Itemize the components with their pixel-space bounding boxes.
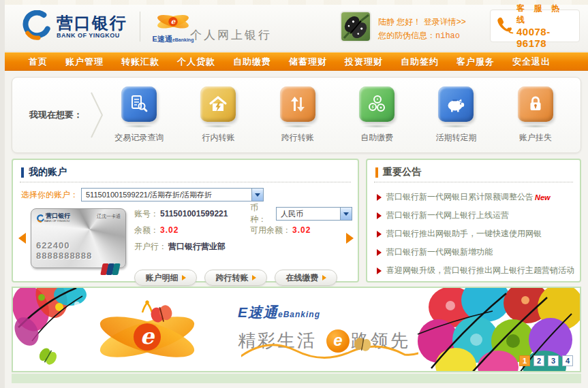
new-badge: New bbox=[535, 193, 551, 201]
arrow-right-icon bbox=[252, 275, 256, 280]
quick-action-intrabank-transfer[interactable]: 行内转账 bbox=[180, 86, 256, 144]
quick-action-interbank-transfer[interactable]: 跨行转账 bbox=[260, 86, 336, 144]
piggy-bank-icon bbox=[438, 86, 474, 122]
interbank-transfer-button[interactable]: 跨行转账 bbox=[204, 270, 267, 286]
nav-item-investment[interactable]: 投资理财 bbox=[336, 52, 392, 71]
intrabank-transfer-icon bbox=[200, 86, 236, 122]
branch-value: 营口银行营业部 bbox=[168, 241, 226, 253]
balance-label: 余额： bbox=[134, 225, 159, 236]
bullet-icon bbox=[377, 212, 382, 219]
title-bar-decor bbox=[21, 167, 24, 178]
nav-item-account-mgmt[interactable]: 账户管理 bbox=[57, 52, 112, 71]
avatar[interactable] bbox=[340, 11, 371, 42]
title-bar-decor bbox=[375, 167, 378, 178]
pagination-button-4[interactable]: 4 bbox=[562, 355, 573, 366]
card-bank-name-en: BANK OF YINGKOU bbox=[44, 219, 70, 223]
security-label: 您的防伪信息： bbox=[378, 31, 435, 40]
nav-item-personal-loan[interactable]: 个人贷款 bbox=[168, 52, 224, 71]
dropdown-arrow-icon[interactable] bbox=[251, 189, 263, 201]
announcement-link[interactable]: 喜迎网银升级，营口银行推出网上银行主题营销活动 bbox=[377, 261, 572, 280]
nav-item-transfer[interactable]: 转账汇款 bbox=[112, 52, 168, 71]
promo-banner[interactable]: e E速通eBanking 精彩生活 e 路领先 bbox=[12, 287, 581, 372]
hotline-box: 客 服 热 线 40078-96178 bbox=[490, 10, 580, 42]
announcement-link[interactable]: 营口银行推出网银助手，一键快速使用网银 bbox=[377, 225, 572, 243]
quick-action-self-payment[interactable]: 自助缴费 bbox=[339, 86, 415, 144]
bullet-icon bbox=[377, 249, 382, 256]
arrow-right-icon bbox=[182, 275, 186, 280]
pagination-button-3[interactable]: 3 bbox=[548, 355, 559, 366]
nav-item-logout[interactable]: 安全退出 bbox=[504, 52, 559, 71]
nav-item-self-sign[interactable]: 自助签约 bbox=[392, 52, 448, 71]
available-balance-value: 3.02 bbox=[292, 225, 311, 235]
quick-action-current-to-fixed[interactable]: 活期转定期 bbox=[418, 86, 494, 144]
chevron-divider-icon bbox=[90, 91, 105, 141]
nav-item-customer-service[interactable]: 客户服务 bbox=[448, 52, 504, 71]
quick-actions-panel: 我现在想要： 交易记录查询 bbox=[12, 77, 581, 153]
hotline-number: 40078-96178 bbox=[516, 26, 575, 49]
footer-strip bbox=[12, 374, 581, 383]
nav-item-home[interactable]: 首页 bbox=[20, 52, 57, 71]
quick-action-account-loss[interactable]: 账户挂失 bbox=[497, 86, 574, 144]
greeting-text: 陆静 您好！ bbox=[378, 17, 421, 27]
announcements-panel: 重要公告 营口银行新一代网银日累计限额调整公告 New 营口银行新一代网上银行上… bbox=[366, 159, 581, 282]
hotline-label: 客 服 热 线 bbox=[516, 3, 575, 26]
nav-item-self-payment[interactable]: 自助缴费 bbox=[224, 52, 280, 71]
account-number-value: 511501001599221 bbox=[160, 209, 228, 219]
quick-action-transaction-query[interactable]: 交易记录查询 bbox=[101, 86, 177, 144]
bank-swoosh-icon bbox=[20, 10, 51, 43]
available-balance-label: 可用余额： bbox=[250, 225, 291, 236]
svg-text:e: e bbox=[171, 17, 176, 25]
esutong-logo: e E速通eBanking bbox=[151, 10, 195, 44]
card-number: 622400 8888888888 bbox=[36, 240, 121, 261]
arrow-right-icon bbox=[322, 275, 326, 280]
pagination-button-1[interactable]: 1 bbox=[519, 355, 530, 366]
account-select[interactable]: 511501001599221/活期存折/活期存折 bbox=[81, 188, 264, 201]
butterfly-small-red-icon bbox=[149, 304, 174, 326]
svg-text:e: e bbox=[140, 323, 155, 349]
banner-brand-sub: eBanking bbox=[278, 310, 320, 319]
security-value: nihao bbox=[435, 31, 460, 41]
card-bank-swoosh-icon bbox=[36, 213, 44, 225]
bank-name: 营口银行 bbox=[57, 14, 127, 32]
greeting-block: 陆静 您好！ 登录详情>> 您的防伪信息：nihao bbox=[340, 11, 466, 43]
card-carousel-prev[interactable] bbox=[18, 233, 26, 244]
online-payment-button[interactable]: 在线缴费 bbox=[275, 270, 337, 286]
pagination-button-2[interactable]: 2 bbox=[533, 355, 544, 366]
logo-divider bbox=[140, 12, 140, 42]
main-nav: 首页 账户管理 转账汇款 个人贷款 自助缴费 储蓄理财 投资理财 自助签约 客户… bbox=[5, 52, 588, 71]
balance-value: 3.02 bbox=[160, 225, 179, 235]
esutong-name: E速通 bbox=[153, 35, 172, 43]
bank-name-en: BANK OF YINGKOU bbox=[57, 32, 127, 39]
announcements-title: 重要公告 bbox=[383, 166, 421, 178]
banner-brand-name: E速通 bbox=[238, 304, 278, 320]
page-root: 营口银行 BANK OF YINGKOU bbox=[5, 0, 588, 388]
esutong-butterfly-icon: e bbox=[151, 23, 195, 35]
portal-title: 个人网上银行 bbox=[190, 27, 272, 43]
transaction-query-icon bbox=[121, 86, 157, 122]
announcement-link[interactable]: 营口银行新一代网银新增功能 bbox=[377, 243, 572, 261]
announcement-link[interactable]: 营口银行新一代网上银行上线运营 bbox=[377, 206, 572, 225]
dropdown-arrow-icon[interactable] bbox=[340, 208, 352, 220]
my-account-panel: 我的账户 选择你的账户： 511501001599221/活期存折/活期存折 bbox=[12, 159, 359, 282]
currency-select[interactable]: 人民币 bbox=[276, 207, 352, 221]
bullet-icon bbox=[377, 194, 382, 201]
butterfly-small-gold-icon bbox=[352, 336, 373, 355]
account-number-label: 账号： bbox=[134, 208, 159, 220]
header: 营口银行 BANK OF YINGKOU bbox=[5, 0, 588, 52]
select-account-label: 选择你的账户： bbox=[21, 189, 78, 201]
quick-actions-label: 我现在想要： bbox=[12, 109, 99, 121]
bullet-icon bbox=[377, 231, 382, 238]
bank-card-image[interactable]: 营口银行 BANK OF YINGKOU 辽沈一卡通 622400 888888… bbox=[31, 208, 126, 268]
nav-item-savings[interactable]: 储蓄理财 bbox=[280, 52, 336, 71]
interbank-transfer-icon bbox=[280, 86, 315, 122]
self-payment-icon bbox=[359, 86, 394, 122]
announcement-link[interactable]: 营口银行新一代网银日累计限额调整公告 New bbox=[377, 188, 572, 206]
bullet-icon bbox=[377, 268, 382, 274]
currency-label: 币种： bbox=[250, 202, 273, 225]
esutong-banner-logo-icon: e bbox=[82, 297, 212, 367]
header-decor-strip bbox=[5, 0, 588, 5]
phone-icon bbox=[495, 14, 514, 37]
account-detail-button[interactable]: 账户明细 bbox=[134, 270, 197, 286]
my-account-title: 我的账户 bbox=[29, 166, 67, 178]
login-detail-link[interactable]: 登录详情>> bbox=[424, 17, 466, 27]
